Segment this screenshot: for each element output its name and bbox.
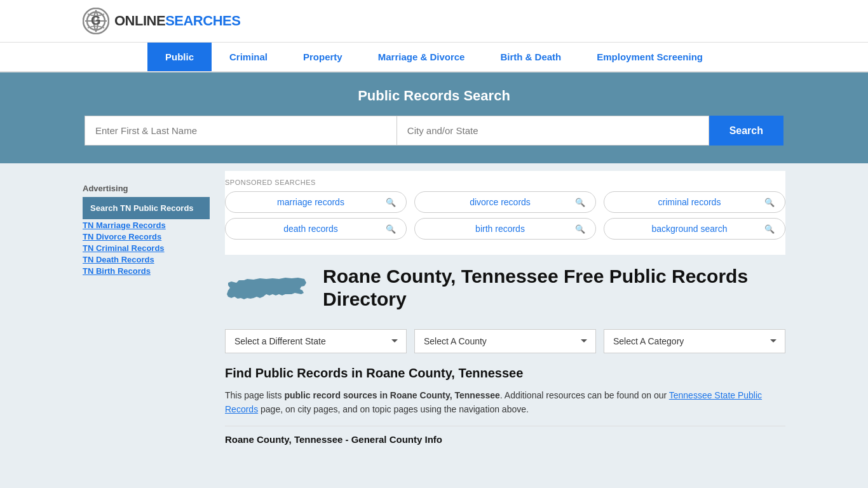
pill-death-text: death records (236, 224, 386, 234)
nav-item-employment[interactable]: Employment Screening (579, 43, 721, 71)
search-icon-2: 🔍 (575, 198, 585, 207)
search-icon-1: 🔍 (386, 198, 396, 207)
search-icon-6: 🔍 (764, 224, 775, 234)
county-section: Roane County, Tennessee Free Public Reco… (225, 255, 785, 447)
sidebar-ad-block[interactable]: Search TN Public Records (83, 197, 210, 219)
paragraph-part2: . Additional resources can be found on o… (500, 390, 669, 400)
sponsored-searches: SPONSORED SEARCHES marriage records 🔍 di… (225, 171, 785, 255)
pill-marriage-text: marriage records (236, 197, 386, 207)
nav-item-public[interactable]: Public (147, 43, 212, 71)
nav-item-marriage-divorce[interactable]: Marriage & Divorce (360, 43, 483, 71)
pill-background-text: background search (614, 224, 764, 234)
sidebar-link-divorce[interactable]: TN Divorce Records (83, 232, 210, 241)
main-nav: Public Criminal Property Marriage & Divo… (0, 43, 868, 72)
pills-row-2: death records 🔍 birth records 🔍 backgrou… (225, 218, 785, 240)
sidebar-link-marriage[interactable]: TN Marriage Records (83, 220, 210, 230)
county-title: Roane County, Tennessee Free Public Reco… (323, 265, 785, 311)
nav-item-criminal[interactable]: Criminal (212, 43, 285, 71)
name-input[interactable] (85, 116, 397, 146)
state-dropdown[interactable]: Select a Different State (225, 329, 407, 353)
pill-death-records[interactable]: death records 🔍 (225, 218, 407, 240)
sidebar-link-criminal[interactable]: TN Criminal Records (83, 243, 210, 253)
sidebar-link-death[interactable]: TN Death Records (83, 255, 210, 264)
pill-criminal-records[interactable]: criminal records 🔍 (604, 191, 785, 213)
sidebar: Advertising Search TN Public Records TN … (83, 163, 210, 455)
find-section: Find Public Records in Roane County, Ten… (225, 366, 785, 447)
content-area: SPONSORED SEARCHES marriage records 🔍 di… (225, 163, 785, 455)
state-map (225, 270, 308, 316)
find-section-paragraph: This page lists public record sources in… (225, 388, 785, 417)
pill-divorce-text: divorce records (425, 197, 575, 207)
paragraph-part3: page, on city pages, and on topic pages … (258, 404, 529, 414)
search-banner: Public Records Search Search (0, 72, 868, 163)
search-form: Search (85, 116, 783, 146)
tennessee-map-svg (225, 270, 308, 315)
general-info-title: Roane County, Tennessee - General County… (225, 426, 785, 447)
svg-text:G: G (91, 13, 101, 27)
pill-birth-text: birth records (425, 224, 575, 234)
logo-text: ONLINESEARCHES (114, 13, 240, 29)
search-icon-4: 🔍 (386, 224, 396, 234)
paragraph-bold: public record sources in Roane County, T… (284, 390, 499, 400)
category-dropdown[interactable]: Select A Category (604, 329, 785, 353)
location-input[interactable] (397, 116, 709, 146)
logo-area[interactable]: G ONLINESEARCHES (83, 8, 240, 34)
pill-marriage-records[interactable]: marriage records 🔍 (225, 191, 407, 213)
nav-item-birth-death[interactable]: Birth & Death (482, 43, 579, 71)
search-icon-5: 🔍 (575, 224, 585, 234)
county-header: Roane County, Tennessee Free Public Reco… (225, 265, 785, 316)
logo-icon: G (83, 8, 109, 34)
pill-divorce-records[interactable]: divorce records 🔍 (414, 191, 596, 213)
pills-row-1: marriage records 🔍 divorce records 🔍 cri… (225, 191, 785, 213)
paragraph-part1: This page lists (225, 390, 284, 400)
nav-item-property[interactable]: Property (285, 43, 360, 71)
dropdowns-row: Select a Different State Select A County… (225, 329, 785, 353)
search-banner-title: Public Records Search (83, 88, 785, 104)
pill-birth-records[interactable]: birth records 🔍 (414, 218, 596, 240)
header: G ONLINESEARCHES (0, 0, 868, 43)
main-layout: Advertising Search TN Public Records TN … (0, 163, 868, 455)
search-button[interactable]: Search (709, 116, 783, 146)
find-section-heading: Find Public Records in Roane County, Ten… (225, 366, 785, 381)
pill-background-search[interactable]: background search 🔍 (604, 218, 785, 240)
county-dropdown[interactable]: Select A County (414, 329, 596, 353)
sidebar-link-birth[interactable]: TN Birth Records (83, 266, 210, 276)
sponsored-label: SPONSORED SEARCHES (225, 179, 785, 186)
pill-criminal-text: criminal records (614, 197, 764, 207)
logo-searches: SEARCHES (165, 13, 240, 29)
sidebar-advertising-label: Advertising (83, 184, 210, 193)
logo-online: ONLINE (114, 13, 165, 29)
search-icon-3: 🔍 (764, 198, 775, 207)
